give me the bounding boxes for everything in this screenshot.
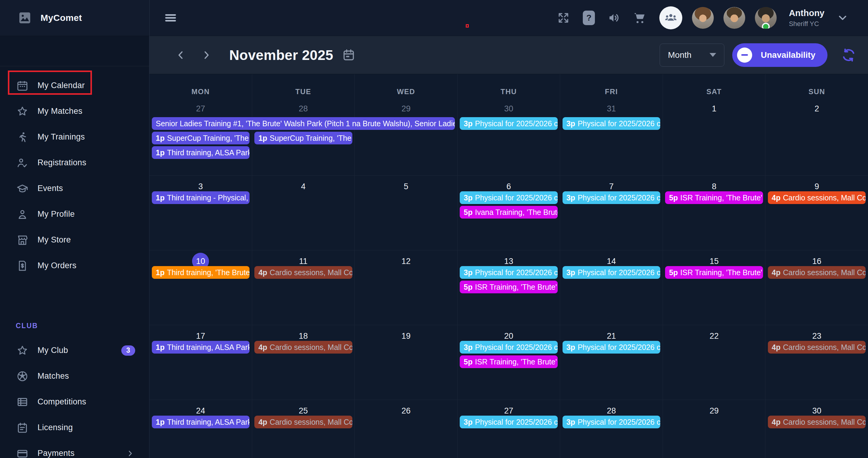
calendar-main: November 2025 Month Unavailability MON27…: [149, 36, 868, 458]
unavailability-button[interactable]: Unavailability: [732, 43, 828, 67]
day-cell[interactable]: 26: [355, 400, 458, 458]
day-cell[interactable]: 5: [355, 176, 458, 250]
avatar-photo-1[interactable]: [692, 7, 714, 29]
event-pill[interactable]: 3pPhysical for 2025/2026 cu: [460, 266, 557, 279]
event-pill[interactable]: 5pISR Training, 'The Brute' V: [665, 191, 763, 204]
day-cell[interactable]: 3: [149, 176, 252, 250]
fullscreen-icon[interactable]: [557, 11, 570, 24]
date-number: 27: [149, 100, 252, 117]
view-mode-select[interactable]: Month: [660, 44, 724, 66]
megaphone-icon[interactable]: [608, 11, 621, 24]
sidebar-item-matches[interactable]: Matches: [0, 363, 149, 389]
date-number: 5: [355, 178, 457, 195]
event-pill[interactable]: 3pPhysical for 2025/2026 cu: [460, 191, 557, 204]
week-row: 242526272829301pThird training, ALSA Par…: [149, 400, 868, 458]
day-cell[interactable]: 22: [663, 325, 766, 400]
event-pill[interactable]: 1pThird training, 'The Brute' ': [152, 266, 249, 279]
day-cell[interactable]: 9: [766, 176, 868, 250]
sidebar-item-my-store[interactable]: My Store: [0, 227, 149, 253]
event-pill[interactable]: 3pPhysical for 2025/2026 cu: [562, 117, 660, 130]
chevron-down-icon[interactable]: [837, 12, 849, 24]
event-pill[interactable]: 3pPhysical for 2025/2026 cu: [460, 117, 557, 130]
sidebar-item-registrations[interactable]: Registrations: [0, 150, 149, 176]
brand-name: MyComet: [40, 13, 82, 23]
event-pill[interactable]: 5pISR Training, 'The Brute' V: [460, 281, 557, 293]
sync-icon[interactable]: [841, 47, 857, 63]
day-cell[interactable]: 19: [355, 325, 458, 400]
sidebar-item-my-orders[interactable]: My Orders: [0, 253, 149, 279]
week-row: 34567891pThird training - Physical, A3pP…: [149, 176, 868, 250]
sidebar-item-my-profile[interactable]: My Profile: [0, 201, 149, 227]
day-cell[interactable]: 16: [766, 250, 868, 325]
event-pill[interactable]: 1pThird training, ALSA Park ': [152, 146, 249, 159]
day-cell[interactable]: 15: [663, 250, 766, 325]
event-pill[interactable]: 4pCardio sessions, Mall Cor: [254, 266, 352, 279]
hamburger-menu-icon[interactable]: [164, 11, 178, 25]
next-month-button[interactable]: [201, 50, 212, 61]
event-pill[interactable]: 3pPhysical for 2025/2026 cu: [460, 416, 557, 428]
user-menu[interactable]: Anthony Sheriff YC: [789, 8, 825, 28]
day-cell[interactable]: 4: [252, 176, 355, 250]
sidebar-item-competitions[interactable]: Competitions: [0, 389, 149, 415]
calendar-picker-icon[interactable]: [342, 48, 356, 62]
count-badge: 3: [121, 345, 135, 356]
day-cell[interactable]: 23: [766, 325, 868, 400]
day-cell[interactable]: 28: [560, 400, 663, 458]
sidebar-item-licensing[interactable]: Licensing: [0, 415, 149, 440]
event-pill[interactable]: 3pPhysical for 2025/2026 cu: [562, 191, 660, 204]
day-cell[interactable]: 27: [458, 400, 560, 458]
sidebar-item-my-calendar[interactable]: My Calendar: [0, 73, 149, 98]
cart-icon[interactable]: [633, 11, 646, 24]
day-cell[interactable]: 7: [560, 176, 663, 250]
event-pill[interactable]: 1pSuperCup Training, 'The B: [254, 132, 352, 144]
license-icon: [16, 421, 29, 434]
day-cell[interactable]: 30: [766, 400, 868, 458]
avatar-photo-3[interactable]: [755, 7, 777, 29]
date-number: 19: [355, 327, 457, 344]
sidebar-item-my-matches[interactable]: My Matches: [0, 98, 149, 124]
day-cell[interactable]: 14: [560, 250, 663, 325]
day-cell[interactable]: 11: [252, 250, 355, 325]
avatar-photo-2[interactable]: [723, 7, 745, 29]
event-pill[interactable]: 3pPhysical for 2025/2026 cu: [562, 266, 660, 279]
event-pill[interactable]: 4pCardio sessions, Mall Cor: [254, 416, 352, 428]
view-mode-value: Month: [668, 50, 691, 60]
event-pill[interactable]: 3pPhysical for 2025/2026 cu: [562, 341, 660, 353]
date-number: 4: [252, 178, 355, 195]
sidebar-item-payments[interactable]: Payments: [0, 440, 149, 458]
date-number: 29: [355, 100, 457, 117]
day-cell[interactable]: 17: [149, 325, 252, 400]
event-pill[interactable]: 4pCardio sessions, Mall Cor: [254, 341, 352, 353]
help-icon[interactable]: ?: [583, 11, 595, 24]
event-pill[interactable]: 3pPhysical for 2025/2026 cu: [562, 416, 660, 428]
team-avatar[interactable]: [659, 6, 682, 29]
event-pill[interactable]: 4pCardio sessions, Mall Cor: [768, 266, 866, 279]
event-pill[interactable]: 1pThird training - Physical, A: [152, 191, 249, 204]
day-cell[interactable]: 25: [252, 400, 355, 458]
day-cell[interactable]: 12: [355, 250, 458, 325]
day-cell[interactable]: SAT1: [663, 74, 766, 175]
event-pill[interactable]: 5pIvana Training, 'The Brute: [460, 206, 557, 219]
day-cell[interactable]: 29: [663, 400, 766, 458]
prev-month-button[interactable]: [176, 50, 186, 61]
event-pill[interactable]: 4pCardio sessions, Mall Cor: [768, 191, 866, 204]
event-pill[interactable]: 4pCardio sessions, Mall Cor: [768, 341, 866, 353]
event-pill[interactable]: 1pThird training, ALSA Park ': [152, 341, 249, 353]
day-cell[interactable]: 10: [149, 250, 252, 325]
day-cell[interactable]: 8: [663, 176, 766, 250]
event-pill[interactable]: 1pThird training, ALSA Park ': [152, 416, 249, 428]
event-pill[interactable]: 5pISR Training, 'The Brute' V: [665, 266, 763, 279]
day-cell[interactable]: SUN2: [766, 74, 868, 175]
event-pill[interactable]: 1pSuperCup Training, 'The B: [152, 132, 249, 144]
event-pill[interactable]: Senior Ladies Training #1, 'The Brute' W…: [152, 117, 455, 130]
sidebar-item-my-trainings[interactable]: My Trainings: [0, 124, 149, 150]
event-pill[interactable]: 5pISR Training, 'The Brute' V: [460, 355, 557, 368]
sidebar-item-events[interactable]: Events: [0, 176, 149, 201]
day-cell[interactable]: 21: [560, 325, 663, 400]
calendar-header: November 2025 Month Unavailability: [149, 36, 868, 74]
event-pill[interactable]: 3pPhysical for 2025/2026 cu: [460, 341, 557, 353]
sidebar-item-my-club[interactable]: My Club3: [0, 338, 149, 363]
day-cell[interactable]: 24: [149, 400, 252, 458]
event-pill[interactable]: 4pCardio sessions, Mall Cor: [768, 416, 866, 428]
day-cell[interactable]: 18: [252, 325, 355, 400]
